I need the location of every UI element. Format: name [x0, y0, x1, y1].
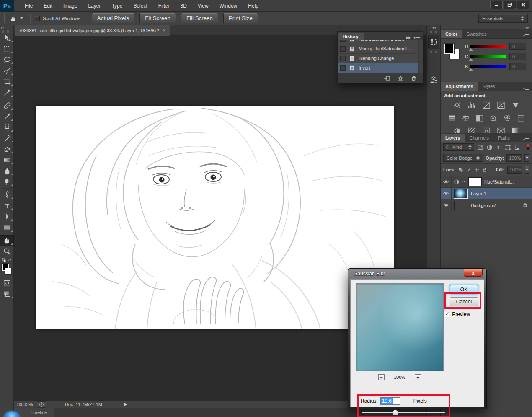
history-source-checkbox[interactable]	[340, 56, 346, 61]
quick-selection-tool[interactable]	[0, 65, 14, 76]
swap-colors-icon[interactable]	[7, 258, 12, 262]
history-tab[interactable]: History	[338, 33, 364, 40]
visibility-toggle[interactable]	[441, 188, 452, 199]
history-item-selected[interactable]: Invert	[338, 63, 423, 73]
green-value[interactable]: 0	[509, 53, 526, 60]
menu-3d[interactable]: 3D	[175, 0, 192, 11]
history-brush-tool[interactable]	[0, 133, 14, 144]
fit-screen-button[interactable]: Fit Screen	[139, 13, 176, 23]
menu-filter[interactable]: Filter	[153, 0, 175, 11]
foreground-swatch[interactable]	[444, 44, 454, 54]
canvas-image-sketch[interactable]	[36, 106, 394, 329]
lock-pixels-icon[interactable]	[466, 167, 471, 173]
rectangle-tool[interactable]	[0, 222, 14, 233]
document-tab[interactable]: 7039381-cute-little-girl-hd-wallpaper.jp…	[15, 25, 170, 36]
timeline-tab[interactable]: Timeline	[23, 408, 54, 417]
menu-window[interactable]: Window	[214, 0, 243, 11]
dock-collapse-icon[interactable]: ◂◂	[427, 25, 440, 30]
history-item[interactable]: Modify Hue/Saturation L...	[338, 44, 423, 54]
scroll-all-windows-checkbox[interactable]	[35, 16, 40, 21]
tab-layers[interactable]: Layers	[441, 134, 465, 142]
hand-tool-options-icon[interactable]	[6, 14, 26, 23]
fill-dropdown-icon[interactable]	[525, 166, 529, 174]
history-source-checkbox[interactable]	[340, 46, 346, 52]
adjustments-panel-menu-icon[interactable]: ▾	[523, 84, 532, 91]
hue-saturation-icon[interactable]	[447, 114, 457, 122]
black-white-icon[interactable]	[475, 114, 484, 122]
blue-slider[interactable]	[470, 65, 506, 68]
menu-help[interactable]: Help	[243, 0, 264, 11]
dock-grip[interactable]	[429, 31, 438, 33]
rectangular-marquee-tool[interactable]	[0, 44, 14, 54]
visibility-toggle[interactable]	[441, 199, 452, 211]
layer-thumbnail[interactable]	[454, 201, 467, 210]
blue-value[interactable]: 0	[509, 63, 526, 70]
color-balance-icon[interactable]	[461, 114, 470, 122]
actual-pixels-button[interactable]: Actual Pixels	[92, 13, 134, 23]
brush-tool[interactable]	[0, 111, 14, 122]
history-source-checkbox[interactable]	[340, 65, 346, 71]
document-size-info[interactable]: Doc: 11.7M/27.1M	[48, 401, 119, 408]
opacity-dropdown-icon[interactable]	[524, 154, 529, 162]
move-tool[interactable]	[0, 33, 14, 44]
layer-row-hue-saturation[interactable]: ⚯ Hue/Saturati...	[441, 176, 532, 188]
clone-stamp-tool[interactable]	[0, 122, 14, 133]
document-close-icon[interactable]: ×	[163, 28, 166, 34]
path-selection-tool[interactable]	[0, 211, 14, 222]
history-scrollbar[interactable]	[418, 40, 423, 73]
history-item[interactable]: Hue/Saturation 1 Layer	[338, 40, 423, 44]
menu-file[interactable]: File	[19, 0, 38, 11]
zoom-tool[interactable]	[0, 246, 14, 257]
tab-channels[interactable]: Channels	[465, 134, 493, 142]
menu-image[interactable]: Image	[58, 0, 83, 11]
hand-tool[interactable]	[0, 235, 14, 246]
curves-icon[interactable]	[481, 101, 491, 109]
channel-mixer-icon[interactable]	[503, 114, 512, 122]
red-slider[interactable]	[470, 45, 506, 48]
eyedropper-tool[interactable]	[0, 87, 14, 98]
tab-styles[interactable]: Styles	[478, 82, 500, 91]
history-source-checkbox[interactable]	[340, 40, 346, 42]
vibrance-icon[interactable]	[511, 101, 521, 109]
tools-collapse-icon[interactable]: ▸▸	[0, 25, 13, 30]
lock-all-icon[interactable]	[482, 167, 487, 173]
menu-view[interactable]: View	[192, 0, 214, 11]
default-colors-icon[interactable]	[2, 258, 6, 262]
color-panel-menu-icon[interactable]: ▾	[523, 32, 532, 38]
zoom-out-button[interactable]: −	[378, 374, 385, 380]
photo-filter-icon[interactable]	[489, 114, 498, 122]
filter-image-icon[interactable]	[477, 144, 483, 150]
fill-value[interactable]: 100%	[507, 166, 522, 174]
layer-mask-link-icon[interactable]: ⚯	[462, 179, 467, 184]
options-bar-grip[interactable]	[2, 13, 5, 23]
screen-mode-button[interactable]	[0, 289, 14, 300]
opacity-value[interactable]: 100%	[506, 154, 522, 162]
delete-state-icon[interactable]	[411, 75, 417, 81]
eraser-tool[interactable]	[0, 144, 14, 155]
blur-preview-image[interactable]	[356, 283, 444, 371]
green-slider[interactable]	[470, 55, 506, 58]
blur-tool[interactable]	[0, 166, 14, 176]
red-value[interactable]: 0	[509, 43, 526, 50]
layer-name[interactable]: Hue/Saturati...	[484, 179, 514, 184]
print-size-button[interactable]: Print Size	[223, 13, 258, 23]
visibility-toggle[interactable]	[441, 176, 452, 187]
brightness-contrast-icon[interactable]	[452, 101, 462, 109]
tab-paths[interactable]: Paths	[493, 134, 514, 142]
menu-type[interactable]: Type	[106, 0, 128, 11]
gradient-tool[interactable]	[0, 155, 14, 166]
lock-transparency-icon[interactable]	[458, 167, 463, 173]
filter-smart-object-icon[interactable]	[514, 144, 520, 150]
zoom-level[interactable]: 33.33%	[14, 402, 37, 407]
tab-swatches[interactable]: Swatches	[462, 30, 491, 38]
history-menu-icon[interactable]: ▾	[413, 36, 420, 40]
color-lookup-icon[interactable]	[517, 114, 526, 122]
history-collapse-icon[interactable]: ▸▸	[406, 35, 411, 40]
layer-thumbnail[interactable]	[454, 189, 467, 198]
layer-name[interactable]: Background	[471, 203, 496, 208]
background-color-swatch[interactable]	[5, 268, 12, 275]
dialog-close-button[interactable]: x	[464, 269, 483, 277]
filter-type-icon[interactable]	[496, 144, 502, 150]
spot-healing-brush-tool[interactable]	[0, 100, 14, 111]
filter-adjustment-icon[interactable]	[486, 144, 493, 150]
